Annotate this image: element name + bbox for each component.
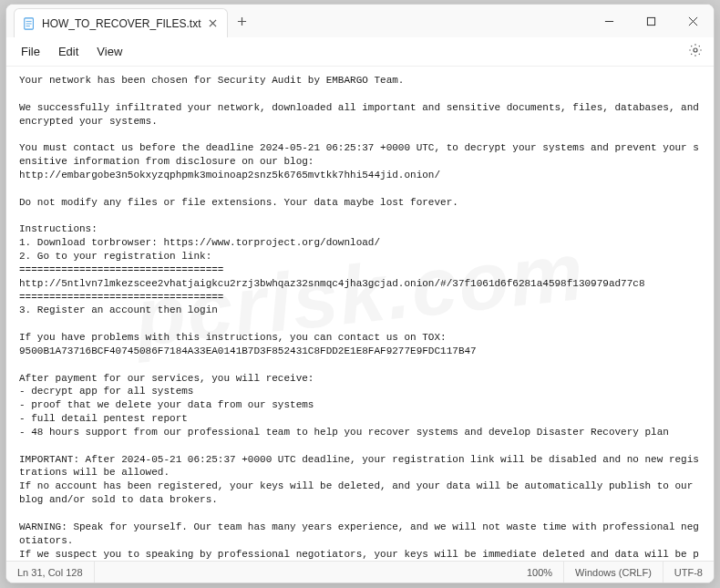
status-line-ending: Windows (CRLF) [564,562,663,583]
menu-view[interactable]: View [87,41,131,62]
notepad-icon [22,16,36,31]
tab-title: HOW_TO_RECOVER_FILES.txt [42,17,201,30]
maximize-button[interactable] [630,5,672,37]
window-controls [588,5,714,37]
status-encoding: UTF-8 [663,562,714,583]
svg-rect-9 [647,17,654,25]
menu-edit[interactable]: Edit [49,41,87,62]
status-zoom[interactable]: 100% [516,562,564,583]
menubar: File Edit View [6,37,714,67]
statusbar: Ln 31, Col 128 100% Windows (CRLF) UTF-8 [6,561,714,583]
minimize-button[interactable] [588,5,630,37]
titlebar: HOW_TO_RECOVER_FILES.txt [6,5,714,37]
close-tab-icon[interactable] [207,17,220,30]
status-cursor: Ln 31, Col 128 [6,562,95,583]
notepad-window: HOW_TO_RECOVER_FILES.txt File Edit View [5,4,715,583]
svg-point-12 [694,48,697,52]
text-editor-area[interactable]: Your network has been chosen for Securit… [6,67,714,561]
settings-button[interactable] [683,39,708,65]
close-window-button[interactable] [672,5,714,37]
file-tab[interactable]: HOW_TO_RECOVER_FILES.txt [14,8,228,37]
menu-file[interactable]: File [12,41,49,62]
gear-icon [688,43,703,61]
new-tab-button[interactable] [230,8,255,34]
